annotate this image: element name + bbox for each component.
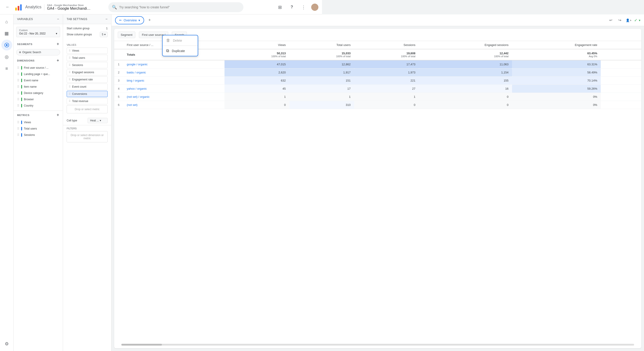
list-item[interactable]: ⠿ Landing page + que... [14, 71, 63, 77]
drag-handle-icon: ⠿ [69, 71, 71, 74]
drag-handle-icon: ⠿ [69, 64, 71, 67]
bar-chart-icon: ▦ [4, 31, 9, 36]
metric-color-bar [21, 133, 22, 137]
drag-handle-icon: ⠿ [17, 127, 19, 130]
show-column-label: Show column groups [67, 33, 92, 36]
list-item[interactable]: ⠿ Engaged sessions [67, 69, 108, 76]
list-item[interactable]: ⠿ Event count [67, 84, 108, 90]
help-button[interactable]: ? [288, 3, 296, 11]
date-range-row: Oct 22 - Nov 20, 2022 ▾ [19, 32, 57, 35]
dim-color-bar [21, 79, 22, 82]
drag-handle-icon: ⠿ [69, 92, 71, 96]
heat-select[interactable]: Heat ... ▾ [88, 118, 108, 123]
metrics-add-button[interactable]: + [57, 113, 59, 117]
drag-handle-icon: ⠿ [69, 78, 71, 81]
variables-collapse-button[interactable]: − [57, 17, 59, 21]
heat-value: Heat ... [90, 119, 99, 122]
tab-overview[interactable]: ✏ Overview ▾ [115, 16, 144, 24]
row-dim[interactable]: yahoo / organic [123, 85, 224, 93]
list-item[interactable]: ⠿ Conversions [67, 91, 108, 97]
tab-add-button[interactable]: + [146, 17, 153, 24]
row-dim[interactable]: baidu / organic [123, 69, 224, 77]
variables-title: Variables [17, 18, 33, 21]
drag-handle-icon: ⠿ [69, 49, 71, 52]
row-views: 2,620 [224, 69, 289, 77]
list-item[interactable]: ⠿ Views [14, 119, 63, 126]
list-item[interactable]: ⠿ Device category [14, 90, 63, 96]
back-button[interactable]: ← [4, 3, 12, 11]
value-label: Event count [72, 85, 86, 88]
metric-label: Sessions [24, 133, 35, 137]
nav-reports[interactable]: ▦ [1, 28, 12, 39]
avatar[interactable] [311, 4, 318, 11]
start-column-label: Start column group [67, 27, 90, 30]
report-area: Segment First user source / Search First… [114, 29, 322, 176]
drag-handle-icon: ⠿ [17, 66, 19, 70]
row-num: 2 [114, 69, 123, 77]
topbar-left: ← Analytics GA4 - Google Merchandise Sto… [4, 3, 92, 11]
show-column-select[interactable]: 5 ▾ [100, 32, 108, 37]
dim-label: Browser [24, 98, 34, 101]
dim-label: Item name [24, 85, 37, 88]
list-item[interactable]: ⠿ Sessions [67, 62, 108, 68]
drop-filter-zone[interactable]: Drop or select dimension or metric [67, 131, 108, 142]
col-views[interactable]: Views [224, 41, 289, 49]
grid-icon-button[interactable]: ⊞ [276, 3, 284, 11]
list-item[interactable]: ⠿ Sessions [14, 132, 63, 138]
list-item[interactable]: ⠿ Engagement rate [67, 76, 108, 83]
row-dim[interactable]: bing / organic [123, 77, 224, 85]
segment-dot [19, 51, 21, 53]
list-item[interactable]: ⠿ Total revenue [67, 98, 108, 104]
chevron-down-icon: ▾ [138, 19, 140, 22]
date-selector[interactable]: Custom Oct 22 - Nov 20, 2022 ▾ [16, 27, 60, 37]
metric-color-bar [21, 121, 22, 124]
analytics-logo [14, 3, 22, 11]
totals-users: 15,033 100% of total [289, 49, 322, 60]
segment-chip[interactable]: Segment [118, 32, 135, 38]
list-item[interactable]: ⠿ Total users [67, 55, 108, 61]
list-item[interactable]: ⠿ First user source / ... [14, 65, 63, 71]
totals-num [114, 49, 123, 60]
data-table: First user source / ... Views Total user… [114, 41, 322, 109]
list-item[interactable]: ⠿ Item name [14, 84, 63, 90]
drop-filter-label: Drop or select dimension or metric [71, 134, 104, 140]
nav-explore[interactable] [1, 40, 12, 51]
dim-color-bar [21, 104, 22, 108]
cell-type-label: Cell type [67, 119, 77, 122]
filters-section: FILTERS Drop or select dimension or metr… [63, 125, 111, 145]
list-item[interactable]: ⠿ Views [67, 48, 108, 54]
nav-advertising[interactable]: ◎ [1, 51, 12, 62]
drop-metric-label: Drop or select metric [75, 108, 100, 111]
nav-home[interactable]: ⌂ [1, 16, 12, 27]
row-num: 5 [114, 93, 123, 101]
search-bar[interactable]: 🔍 [108, 2, 244, 12]
search-input[interactable] [119, 6, 240, 9]
delete-menu-item[interactable]: 🗑 Delete [162, 35, 198, 46]
drop-metric-zone[interactable]: Drop or select metric [67, 105, 108, 113]
segments-add-button[interactable]: + [57, 42, 59, 47]
dim-label: Event name [24, 79, 38, 82]
list-item[interactable]: ⠿ Event name [14, 77, 63, 84]
duplicate-menu-item[interactable]: ⧉ Duplicate [162, 46, 198, 56]
list-item[interactable]: ⠿ Total users [14, 126, 63, 132]
show-column-row: Show column groups 5 ▾ [67, 32, 108, 37]
help-icon: ? [290, 5, 293, 10]
col-total-users[interactable]: Total users [289, 41, 322, 49]
row-dim[interactable]: (not set) / organic [123, 93, 224, 101]
row-dim[interactable]: google / organic [123, 60, 224, 69]
drag-handle-icon: ⠿ [17, 91, 19, 95]
metrics-section: METRICS + ⠿ Views ⠿ Total users ⠿ Sessio… [14, 111, 63, 138]
grid-icon: ⊞ [278, 5, 282, 10]
dimensions-add-button[interactable]: + [57, 58, 59, 63]
start-column-value: 1 [106, 27, 108, 30]
segment-chip[interactable]: Organic Search [16, 49, 60, 56]
totals-views: 50,313 100% of total [224, 49, 289, 60]
table-row: 2 baidu / organic 2,620 1,917 1,973 1,15… [114, 69, 322, 77]
list-item[interactable]: ⠿ Country [14, 103, 63, 109]
home-icon: ⌂ [5, 19, 8, 24]
more-vert-button[interactable]: ⋮ [300, 3, 308, 11]
list-item[interactable]: ⠿ Browser [14, 96, 63, 103]
row-dim[interactable]: (not set) [123, 101, 224, 109]
nav-configure[interactable]: ≡ [1, 63, 12, 74]
tab-settings-collapse-button[interactable]: − [106, 17, 108, 21]
